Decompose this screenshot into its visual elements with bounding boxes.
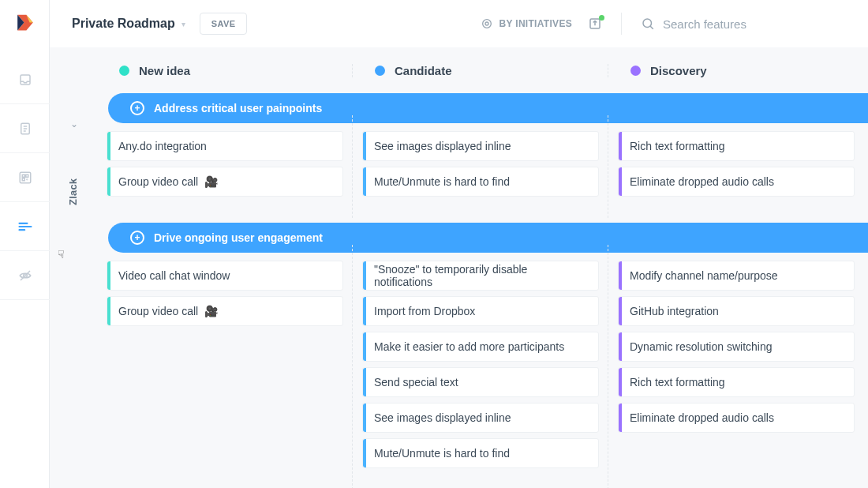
- column-header-new_idea[interactable]: New idea: [97, 64, 353, 77]
- initiative-header[interactable]: +Drive ongoing user engagement: [108, 223, 868, 253]
- status-dot: [119, 66, 129, 76]
- feature-card[interactable]: "Snooze" to temporarily disable notifica…: [362, 261, 599, 291]
- search-input[interactable]: [663, 17, 836, 31]
- feature-card[interactable]: Group video call🎥: [107, 296, 343, 326]
- divider: [621, 13, 622, 35]
- feature-title: Make it easier to add more participants: [374, 340, 564, 353]
- feature-title: Import from Dropbox: [374, 305, 475, 317]
- svg-point-19: [485, 22, 488, 25]
- feature-title: GitHub integration: [630, 305, 719, 317]
- feature-title: Any.do integration: [118, 140, 207, 152]
- feature-title: Video call chat window: [118, 269, 230, 282]
- status-dot: [630, 66, 641, 76]
- page-title[interactable]: Private Roadmap: [72, 17, 175, 31]
- top-bar: Private Roadmap ▾ SAVE BY INITIATIVES: [50, 0, 868, 47]
- feature-title: Rich text formatting: [630, 140, 725, 152]
- feature-title: Group video call: [118, 175, 198, 188]
- feature-card[interactable]: Modify channel name/purpose: [618, 261, 855, 291]
- feature-title: Dynamic resolution switching: [630, 340, 773, 353]
- rail-item-inbox[interactable]: [0, 55, 50, 104]
- lane-col-candidate: "Snooze" to temporarily disable notifica…: [353, 253, 608, 482]
- lane-col-new_idea: Any.do integrationGroup video call🎥: [97, 123, 353, 210]
- lane-col-new_idea: Video call chat windowGroup video call🎥: [97, 253, 353, 482]
- svg-line-17: [21, 271, 30, 280]
- feature-card[interactable]: Import from Dropbox: [362, 296, 599, 326]
- initiative-title: Drive ongoing user engagement: [154, 231, 323, 244]
- svg-rect-11: [22, 178, 24, 180]
- roadmap-board: New ideaCandidateDiscovery +Address crit…: [97, 47, 868, 488]
- status-dot: [375, 66, 385, 76]
- rail-item-notes[interactable]: [0, 104, 50, 153]
- feature-title: Send special text: [374, 376, 458, 389]
- search-box[interactable]: [641, 17, 846, 31]
- feature-title: Eliminate dropped audio calls: [630, 175, 774, 188]
- feature-title: Mute/Unmute is hard to find: [374, 447, 510, 460]
- svg-line-22: [650, 26, 653, 29]
- add-feature-icon[interactable]: +: [130, 231, 144, 245]
- feature-title: Rich text formatting: [630, 376, 725, 389]
- rail-item-portal[interactable]: [0, 251, 50, 300]
- initiative-body: Any.do integrationGroup video call🎥See i…: [97, 123, 868, 210]
- feature-card[interactable]: Send special text: [362, 367, 599, 397]
- search-icon: [641, 17, 655, 31]
- initiative-body: Video call chat windowGroup video call🎥"…: [97, 253, 868, 482]
- column-title: New idea: [139, 64, 190, 77]
- swimlane-group-name[interactable]: Zlack: [67, 178, 79, 205]
- export-badge-dot: [599, 15, 604, 21]
- lane-col-discovery: Modify channel name/purposeGitHub integr…: [608, 253, 864, 482]
- column-title: Discovery: [650, 64, 707, 77]
- feature-title: See images displayed inline: [374, 140, 511, 152]
- svg-rect-9: [22, 175, 24, 177]
- feature-title: Group video call: [118, 305, 198, 317]
- group-by-initiatives[interactable]: BY INITIATIVES: [481, 17, 572, 30]
- feature-card[interactable]: Mute/Unmute is hard to find: [362, 167, 599, 197]
- lane-col-discovery: Rich text formattingEliminate dropped au…: [608, 123, 864, 210]
- feature-card[interactable]: Any.do integration: [107, 131, 343, 161]
- column-header-discovery[interactable]: Discovery: [608, 64, 864, 77]
- group-by-label: BY INITIATIVES: [499, 18, 572, 29]
- swimlane-group-pane: ⌄ Zlack: [50, 47, 97, 488]
- feature-card[interactable]: Rich text formatting: [618, 131, 855, 161]
- title-dropdown-caret-icon[interactable]: ▾: [181, 20, 185, 28]
- feature-card[interactable]: Mute/Unmute is hard to find: [362, 438, 599, 468]
- feature-title: Mute/Unmute is hard to find: [374, 175, 510, 188]
- feature-card[interactable]: Make it easier to add more participants: [362, 332, 599, 362]
- rail-item-features[interactable]: [0, 153, 50, 202]
- feature-card[interactable]: GitHub integration: [618, 296, 855, 326]
- initiative-title: Address critical user painpoints: [154, 102, 322, 114]
- save-button[interactable]: SAVE: [200, 13, 248, 35]
- feature-card[interactable]: Dynamic resolution switching: [618, 332, 855, 362]
- rail-item-roadmap[interactable]: [0, 202, 50, 251]
- add-feature-icon[interactable]: +: [130, 101, 144, 115]
- svg-point-21: [643, 19, 652, 28]
- feature-card[interactable]: Rich text formatting: [618, 367, 855, 397]
- feature-card[interactable]: Eliminate dropped audio calls: [618, 403, 855, 433]
- app-rail: [0, 0, 50, 488]
- column-header-candidate[interactable]: Candidate: [353, 64, 608, 77]
- export-button[interactable]: [588, 17, 602, 31]
- feature-card[interactable]: See images displayed inline: [362, 131, 599, 161]
- feature-title: Modify channel name/purpose: [630, 269, 778, 282]
- column-headers: New ideaCandidateDiscovery: [97, 47, 868, 93]
- video-camera-icon: 🎥: [204, 305, 218, 317]
- initiative-header[interactable]: +Address critical user painpoints: [108, 93, 868, 123]
- feature-card[interactable]: See images displayed inline: [362, 403, 599, 433]
- video-camera-icon: 🎥: [204, 175, 218, 188]
- feature-card[interactable]: Group video call🎥: [107, 167, 343, 197]
- lane-col-candidate: See images displayed inlineMute/Unmute i…: [353, 123, 608, 210]
- svg-point-12: [26, 178, 27, 179]
- feature-title: See images displayed inline: [374, 411, 511, 424]
- column-title: Candidate: [395, 64, 452, 77]
- brand-logo[interactable]: [0, 0, 50, 47]
- feature-title: "Snooze" to temporarily disable notifica…: [374, 263, 587, 288]
- feature-title: Eliminate dropped audio calls: [630, 411, 774, 424]
- group-collapse-chevron-icon[interactable]: ⌄: [70, 118, 78, 130]
- svg-point-18: [482, 20, 491, 28]
- feature-card[interactable]: Video call chat window: [107, 261, 343, 291]
- svg-rect-10: [25, 175, 28, 177]
- feature-card[interactable]: Eliminate dropped audio calls: [618, 167, 855, 197]
